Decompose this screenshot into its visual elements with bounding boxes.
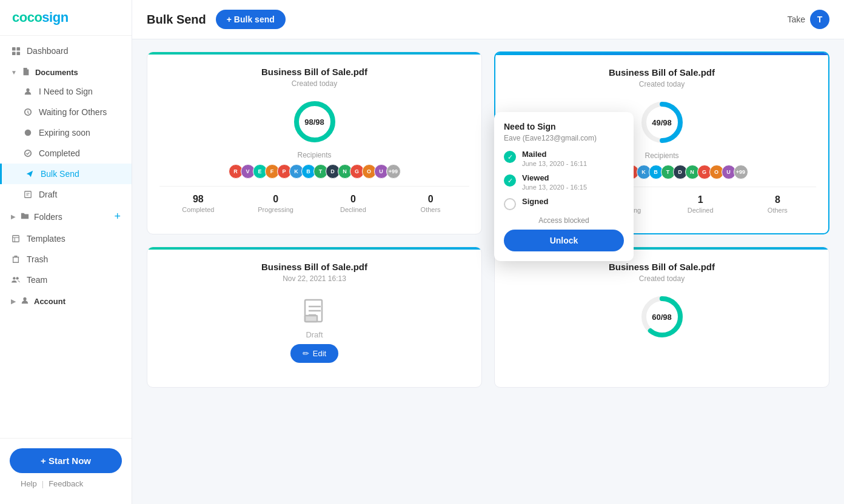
team-label: Team — [27, 275, 47, 285]
avatar-overflow: +99 — [734, 165, 748, 179]
donut-label-4: 60/98 — [652, 313, 672, 322]
trash-icon — [11, 254, 21, 264]
need-to-sign-popup: Need to Sign Eave (Eave123@gmail.com) ✓ … — [494, 112, 634, 261]
sidebar-item-completed[interactable]: Completed — [0, 143, 132, 164]
sidebar-item-waiting-for-others[interactable]: Waiting for Others — [0, 102, 132, 122]
svg-rect-0 — [12, 47, 15, 50]
account-label: Account — [34, 297, 65, 306]
templates-label: Templates — [27, 234, 65, 244]
stat-others: 0 Others — [392, 187, 469, 220]
sidebar-item-trash[interactable]: Trash — [0, 249, 132, 270]
card-body-3: Business Bill of Sale.pdf Nov 22, 2021 1… — [147, 250, 481, 387]
svg-rect-7 — [25, 191, 32, 198]
waiting-icon — [23, 107, 33, 117]
help-feedback-area: Help | Feedback — [10, 473, 122, 494]
sidebar-item-dashboard[interactable]: Dashboard — [0, 41, 132, 61]
card-chart-4: 60/98 — [507, 293, 817, 341]
stat-completed: 98 Completed — [159, 187, 237, 220]
stat-others-2: 8 Others — [739, 187, 816, 221]
sidebar-item-expiring-soon[interactable]: Expiring soon — [0, 122, 132, 143]
dashboard-icon — [11, 46, 21, 56]
user-menu[interactable]: Take T — [787, 10, 829, 29]
donut-chart-2: 49/98 — [638, 98, 686, 147]
edit-label: Edit — [313, 349, 326, 358]
draft-label: Draft — [39, 190, 57, 199]
folders-section: ▶ Folders + — [0, 205, 132, 228]
card-title-1: Business Bill of Sale.pdf — [159, 67, 469, 77]
main-content: Bulk Send + Bulk send Take T Business Bi… — [132, 0, 844, 504]
start-now-button[interactable]: + Start Now — [10, 448, 122, 473]
add-folder-button[interactable]: + — [114, 210, 121, 223]
stat-progressing: 0 Progressing — [237, 187, 315, 220]
feedback-link[interactable]: Feedback — [49, 479, 83, 488]
card-subtitle-1: Created today — [159, 79, 469, 88]
help-link[interactable]: Help — [21, 479, 37, 488]
sidebar-item-i-need-to-sign[interactable]: I Need to Sign — [0, 81, 132, 102]
bulk-send-card-3: Business Bill of Sale.pdf Nov 22, 2021 1… — [147, 247, 482, 388]
page-title: Bulk Send — [147, 13, 206, 27]
bulk-send-card-1: Business Bill of Sale.pdf Created today … — [147, 51, 482, 234]
app-logo: cocosign — [12, 10, 69, 25]
edit-button[interactable]: ✏ Edit — [290, 344, 338, 363]
folders-label-area[interactable]: ▶ Folders — [11, 211, 62, 222]
card-stats-1: 98 Completed 0 Progressing 0 Declined — [159, 186, 469, 220]
logo-area: cocosign — [0, 0, 132, 36]
templates-icon — [11, 234, 21, 244]
topbar-left: Bulk Send + Bulk send — [147, 10, 286, 29]
documents-label: Documents — [35, 68, 78, 77]
user-name: Take — [787, 15, 805, 24]
card-subtitle-2: Created today — [507, 80, 816, 88]
svg-rect-1 — [16, 47, 20, 50]
donut-chart-1: 98/98 — [290, 98, 339, 146]
popup-title: Need to Sign — [504, 122, 624, 131]
stat-declined-2: 1 Declined — [662, 187, 739, 221]
draft-icon-area: Draft — [159, 283, 469, 344]
bulk-send-card-4: Business Bill of Sale.pdf Created today … — [494, 247, 829, 388]
unlock-button[interactable]: Unlock — [504, 230, 624, 251]
card-body-1: Business Bill of Sale.pdf Created today … — [147, 55, 481, 233]
edit-icon: ✏ — [303, 349, 309, 358]
stat-declined: 0 Declined — [315, 187, 392, 220]
popup-email: Eave (Eave123@gmail.com) — [504, 134, 624, 142]
folders-text: Folders — [34, 212, 62, 222]
draft-file-icon — [300, 297, 329, 327]
sidebar-item-account[interactable]: ▶ Account — [0, 290, 132, 310]
i-need-to-sign-label: I Need to Sign — [39, 87, 93, 96]
popup-step-signed: Signed — [504, 197, 624, 210]
step-info-viewed: Viewed June 13, 2020 - 16:15 — [522, 173, 624, 191]
avatar-overflow: +99 — [386, 164, 401, 179]
document-icon — [22, 67, 30, 78]
expand-folders-icon: ▶ — [11, 213, 16, 220]
documents-section-header[interactable]: ▼ Documents — [0, 61, 132, 81]
sidebar-item-bulk-send[interactable]: Bulk Send — [0, 164, 132, 184]
sidebar-item-draft[interactable]: Draft — [0, 184, 132, 205]
svg-rect-3 — [16, 51, 20, 55]
step-name-mailed: Mailed — [522, 150, 624, 159]
card-title-4: Business Bill of Sale.pdf — [507, 262, 817, 272]
svg-rect-20 — [305, 316, 317, 322]
donut-label-2: 49/98 — [652, 118, 672, 127]
sidebar-item-templates[interactable]: Templates — [0, 228, 132, 249]
svg-rect-8 — [13, 236, 19, 242]
sidebar-navigation: Dashboard ▼ Documents I Need to Sign Wai… — [0, 36, 132, 438]
svg-rect-2 — [12, 51, 15, 55]
sidebar-footer: + Start Now Help | Feedback — [0, 438, 132, 504]
sidebar-item-team[interactable]: Team — [0, 270, 132, 290]
card-title-3: Business Bill of Sale.pdf — [159, 262, 469, 272]
dashboard-label: Dashboard — [27, 46, 69, 56]
svg-point-4 — [26, 88, 29, 91]
waiting-for-others-label: Waiting for Others — [39, 107, 107, 117]
popup-step-mailed: ✓ Mailed June 13, 2020 - 16:11 — [504, 150, 624, 167]
step-icon-viewed: ✓ — [504, 174, 516, 187]
step-name-signed: Signed — [522, 197, 624, 206]
access-blocked-label: Access blocked — [504, 216, 624, 225]
donut-label-1: 98/98 — [304, 118, 324, 127]
svg-point-9 — [13, 277, 15, 279]
recipients-label-1: Recipients — [159, 151, 469, 159]
bulk-send-icon — [25, 169, 35, 179]
user-avatar: T — [810, 10, 829, 29]
step-date-viewed: June 13, 2020 - 16:15 — [522, 184, 624, 191]
step-icon-mailed: ✓ — [504, 151, 516, 163]
card-subtitle-4: Created today — [507, 274, 817, 283]
bulk-send-button[interactable]: + Bulk send — [216, 10, 286, 29]
